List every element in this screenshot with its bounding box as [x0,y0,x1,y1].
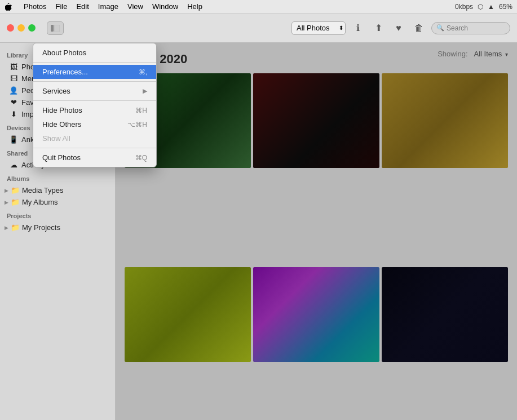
battery-status: 65% [499,3,512,11]
menu-item-show-all[interactable]: Show All [33,131,156,145]
menu-item-about-label: About Photos [42,48,86,57]
menu-item-hide-others-shortcut: ⌥⌘H [127,121,147,129]
menu-overlay: About Photos Preferences... ⌘, Services [0,43,517,420]
wifi-icon: ▲ [488,3,494,11]
app-window: All Photos Last Import Favorites Videos … [0,14,517,420]
minimize-button[interactable] [17,24,25,32]
menu-separator-3 [33,100,156,101]
menu-item-hide-photos[interactable]: Hide Photos ⌘H [33,103,156,117]
menu-item-hide-photos-label: Hide Photos [42,106,82,114]
menubar-file[interactable]: File [51,0,72,14]
menu-item-services[interactable]: Services ▶ [33,84,156,98]
menu-separator-2 [33,81,156,82]
photos-filter-dropdown[interactable]: All Photos Last Import Favorites Videos … [291,21,346,35]
traffic-lights [7,24,36,32]
share-button[interactable]: ⬆ [370,21,386,35]
menu-item-quit-label: Quit Photos [42,153,81,162]
photos-dropdown-menu: About Photos Preferences... ⌘, Services [33,43,157,167]
close-button[interactable] [7,24,14,32]
menubar-image[interactable]: Image [94,0,123,14]
toolbar: All Photos Last Import Favorites Videos … [0,14,517,43]
menubar-view[interactable]: View [123,0,148,14]
menu-item-preferences[interactable]: Preferences... ⌘, [33,65,156,79]
menu-item-quit[interactable]: Quit Photos ⌘Q [33,151,156,165]
menu-item-hide-photos-shortcut: ⌘H [135,107,147,114]
content-area: Library 🖼 Photos 🎞 Memories 👤 People & P… [0,43,517,420]
search-icon: 🔍 [436,24,444,32]
menu-item-hide-others-label: Hide Others [42,120,81,129]
menubar: Photos File Edit Image View Window Help … [0,0,517,14]
menu-item-preferences-label: Preferences... [42,68,88,76]
menu-item-quit-shortcut: ⌘Q [135,154,147,162]
menu-separator-4 [33,148,156,148]
menu-separator-1 [33,62,156,63]
menu-item-services-label: Services [42,87,70,95]
network-status: 0kbps [455,3,473,11]
svg-rect-0 [51,25,54,32]
apple-menu-icon[interactable] [5,2,14,11]
menu-item-preferences-shortcut: ⌘, [139,68,147,76]
menubar-photos[interactable]: Photos [19,0,51,14]
delete-button[interactable]: 🗑 [411,21,427,35]
fullscreen-button[interactable] [28,24,36,32]
svg-rect-1 [54,25,60,32]
menubar-edit[interactable]: Edit [72,0,93,14]
menu-item-hide-others[interactable]: Hide Others ⌥⌘H [33,117,156,131]
photos-filter-select[interactable]: All Photos Last Import Favorites Videos [291,21,346,35]
menu-item-services-arrow: ▶ [143,87,147,95]
menu-item-about[interactable]: About Photos [33,46,156,60]
menubar-status: 0kbps ⬡ ▲ 65% [455,3,512,11]
favorite-button[interactable]: ♥ [391,21,406,35]
menubar-help[interactable]: Help [183,0,207,14]
bluetooth-icon: ⬡ [478,3,483,11]
menubar-window[interactable]: Window [148,0,183,14]
info-button[interactable]: ℹ [350,21,366,35]
sidebar-toggle-button[interactable] [47,21,64,35]
menu-item-show-all-label: Show All [42,134,70,143]
search-field[interactable]: 🔍 [431,22,510,34]
search-input[interactable] [447,24,505,32]
